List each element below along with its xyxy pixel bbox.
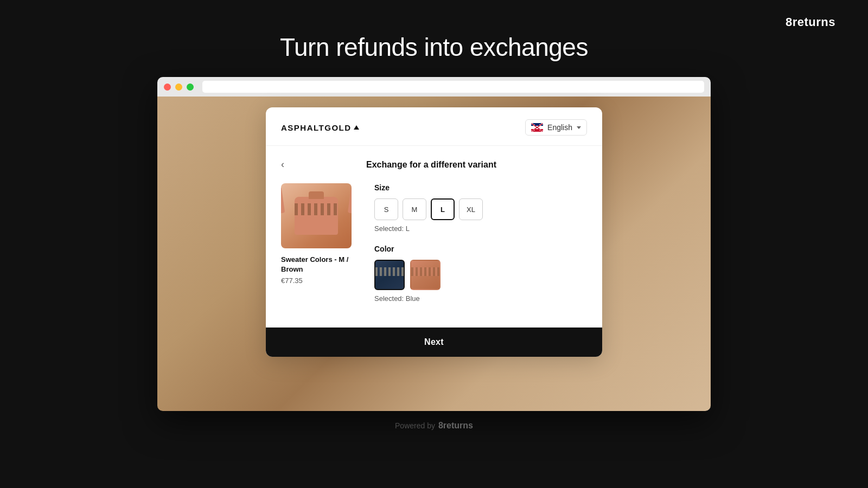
traffic-light-minimize[interactable] bbox=[175, 84, 182, 91]
color-selected-text: Selected: Blue bbox=[374, 294, 587, 303]
back-button[interactable]: ‹ bbox=[281, 157, 289, 172]
page-title: Turn refunds into exchanges bbox=[280, 33, 588, 62]
color-label: Color bbox=[374, 245, 587, 253]
modal-title: Exchange for a different variant bbox=[289, 160, 587, 170]
product-name: Sweater Colors - M / Brown bbox=[281, 255, 357, 274]
language-selector[interactable]: English bbox=[525, 119, 587, 136]
color-option-group: Color Selected: Blue bbox=[374, 245, 587, 303]
chevron-down-icon bbox=[577, 126, 581, 129]
flag-icon bbox=[531, 123, 543, 132]
sweater-pattern bbox=[295, 203, 338, 215]
brand-logo: ASPHALTGOLD bbox=[281, 123, 359, 132]
sweater-neck bbox=[309, 191, 324, 199]
size-label: Size bbox=[374, 183, 587, 192]
address-bar[interactable] bbox=[202, 81, 704, 93]
size-button-s[interactable]: S bbox=[374, 198, 398, 220]
powered-by-text: Powered by bbox=[395, 421, 435, 430]
browser-content: ASPHALTGOLD English ‹ Exchange for a dif… bbox=[157, 97, 711, 411]
sweater-sleeve-right bbox=[348, 187, 352, 215]
browser-window: ASPHALTGOLD English ‹ Exchange for a dif… bbox=[157, 77, 711, 411]
size-button-m[interactable]: M bbox=[403, 198, 426, 220]
size-option-group: Size S M L XL Selected: L bbox=[374, 183, 587, 233]
sweater-sleeve-left bbox=[281, 187, 285, 215]
size-selected-text: Selected: L bbox=[374, 224, 587, 233]
size-button-xl[interactable]: XL bbox=[459, 198, 483, 220]
sweater-body bbox=[295, 197, 338, 235]
traffic-light-close[interactable] bbox=[164, 84, 171, 91]
traffic-light-maximize[interactable] bbox=[187, 84, 194, 91]
color-swatch-brown[interactable] bbox=[410, 260, 441, 290]
color-swatch-blue[interactable] bbox=[374, 260, 405, 290]
language-label: English bbox=[547, 123, 572, 132]
brand-logo-text: ASPHALTGOLD bbox=[281, 123, 352, 132]
brand-logo-top: 8returns bbox=[786, 15, 835, 29]
modal-header: ASPHALTGOLD English bbox=[266, 107, 602, 146]
color-swatches bbox=[374, 260, 587, 290]
logo-triangle-icon bbox=[354, 125, 359, 130]
footer-brand: 8returns bbox=[438, 421, 473, 431]
options-section: Size S M L XL Selected: L Color bbox=[374, 183, 587, 314]
product-image-area: Sweater Colors - M / Brown €77.35 bbox=[281, 183, 357, 314]
page-footer: Powered by 8returns bbox=[395, 421, 473, 431]
modal-body: ‹ Exchange for a different variant bbox=[266, 146, 602, 328]
product-image bbox=[281, 183, 352, 248]
browser-titlebar bbox=[157, 77, 711, 97]
modal-card: ASPHALTGOLD English ‹ Exchange for a dif… bbox=[266, 107, 602, 357]
modal-nav: ‹ Exchange for a different variant bbox=[281, 157, 587, 172]
product-price: €77.35 bbox=[281, 277, 357, 285]
brand-name-top: 8returns bbox=[786, 15, 835, 29]
size-buttons: S M L XL bbox=[374, 198, 587, 220]
next-button[interactable]: Next bbox=[266, 328, 602, 357]
product-section: Sweater Colors - M / Brown €77.35 Size S… bbox=[281, 183, 587, 314]
size-button-l[interactable]: L bbox=[431, 198, 455, 220]
